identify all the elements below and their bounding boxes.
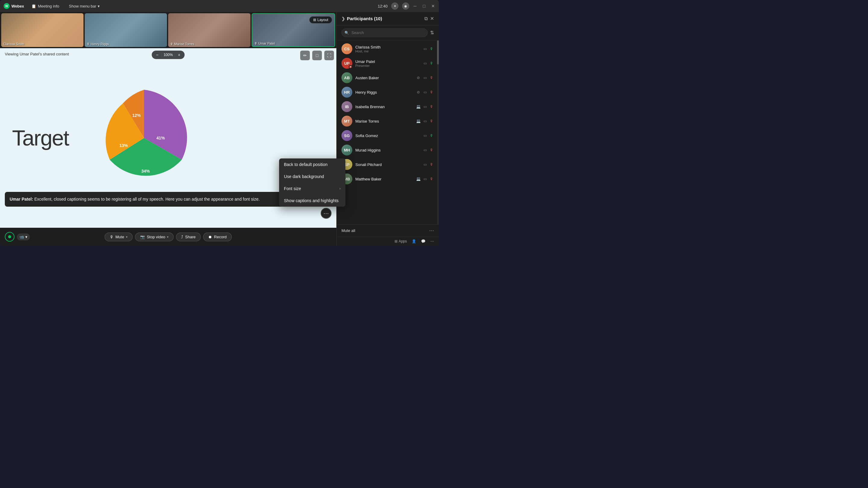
label-41: 41%	[156, 135, 165, 140]
participant-item-austen[interactable]: AB Austen Baker ⊘ ▭ 🎙	[337, 70, 439, 85]
mic-muted-icon-matthew: 🎙	[429, 177, 434, 181]
name-clarissa: Clarissa Smith	[355, 45, 420, 50]
avatar-murad: MH	[341, 144, 352, 156]
close-button[interactable]: ✕	[431, 4, 435, 8]
menu-item-font-size[interactable]: Font size ›	[279, 183, 345, 195]
video-icon-austen: ▭	[423, 76, 427, 80]
stop-video-button[interactable]: 📷 Stop video ▾	[135, 233, 174, 241]
thumb-name-marise: 🎙 Marise Torres	[170, 42, 194, 46]
name-umar: Umar Patel	[355, 59, 420, 64]
video-icon-umar: ▭	[423, 61, 427, 65]
slide-title: Target	[12, 126, 69, 150]
app-name: Webex	[11, 4, 24, 8]
controls-murad: ▭ 🎙	[423, 148, 434, 152]
menu-label-font-size: Font size	[284, 186, 301, 191]
screen-share-icon[interactable]: □	[312, 51, 322, 60]
thumbnails-row: Clarissa Smith 🎙 Henry Riggs 🎙 Marise To…	[0, 12, 336, 48]
video-icon-marise: ▭	[423, 119, 427, 123]
participant-item-umar[interactable]: UP P Umar Patel Presenter ▭ 🎙	[337, 56, 439, 70]
participant-item-isabella[interactable]: IB Isabella Brennan 💻 ▭ 🎙	[337, 99, 439, 114]
annotate-button[interactable]: ✏	[300, 51, 310, 60]
layout-label: Layout	[317, 18, 328, 22]
participant-info-umar: Umar Patel Presenter	[355, 59, 420, 67]
name-sonali: Sonali Pitchard	[355, 162, 420, 167]
controls-isabella: 💻 ▭ 🎙	[416, 104, 434, 109]
avatar-isabella: IB	[341, 101, 352, 112]
panel-close-button[interactable]: ✕	[430, 16, 434, 22]
controls-henry: ⊘ ▭ 🎙	[416, 90, 434, 94]
participant-info-matthew: Matthew Baker	[355, 177, 413, 181]
participant-item-marise[interactable]: MT Marise Torres 💻 ▭ 🎙	[337, 114, 439, 128]
panel-more-button[interactable]: ⋯	[429, 228, 434, 233]
search-input[interactable]	[341, 28, 428, 37]
left-panel: Clarissa Smith 🎙 Henry Riggs 🎙 Marise To…	[0, 12, 336, 246]
label-13: 13%	[119, 143, 128, 148]
mute-all-button[interactable]: Mute all	[341, 228, 355, 233]
zoom-out-button[interactable]: −	[154, 52, 160, 58]
name-austen: Austen Baker	[355, 76, 413, 80]
controls-sonali: ▭ 🎙	[423, 162, 434, 167]
submenu-arrow-icon: ›	[339, 187, 341, 191]
status-indicator	[5, 232, 14, 241]
laptop-icon-isabella: 💻	[416, 104, 421, 109]
webex-window: W Webex 📋 Meeting info Show menu bar ▾ 1…	[0, 0, 439, 246]
layout-button[interactable]: ⊞ Layout	[309, 16, 332, 24]
participant-info-austen: Austen Baker	[355, 76, 413, 80]
context-menu: Back to default position Use dark backgr…	[279, 158, 345, 207]
label-34: 34%	[141, 169, 150, 173]
people-button[interactable]: 👤	[412, 239, 416, 243]
thumbnail-henry[interactable]: 🎙 Henry Riggs	[85, 13, 167, 47]
collapse-icon[interactable]: ❯	[341, 16, 345, 21]
participant-item-clarissa[interactable]: CS Clarissa Smith Host, me ▭ 🎙	[337, 41, 439, 56]
zoom-in-button[interactable]: +	[176, 52, 182, 58]
menu-label-captions: Show captions and highlights	[284, 198, 338, 203]
record-button[interactable]: ⏺ Record	[203, 233, 232, 241]
name-marise: Marise Torres	[355, 119, 413, 124]
webex-logo: W Webex	[4, 3, 24, 9]
caption-content: Excellent, closed captioning seems to be…	[34, 197, 260, 201]
avatar-sofia: SG	[341, 130, 352, 141]
no-mic-icon-austen: ⊘	[416, 76, 421, 80]
participant-item-sonali[interactable]: SP Sonali Pitchard ▭ 🎙	[337, 157, 439, 172]
thumb-name-henry: 🎙 Henry Riggs	[87, 42, 109, 46]
participant-info-henry: Henry Riggs	[355, 90, 413, 95]
controls-sofia: ▭ 🎙	[423, 133, 434, 138]
caption-text: Umar Patel: Excellent, closed captioning…	[10, 196, 316, 202]
thumbnail-clarissa[interactable]: Clarissa Smith	[1, 13, 84, 47]
user-status-icon[interactable]: ✦	[391, 2, 398, 10]
show-menu-button[interactable]: Show menu bar ▾	[67, 3, 102, 10]
video-icon-clarissa: ▭	[423, 47, 427, 51]
menu-item-dark-bg[interactable]: Use dark background	[279, 170, 345, 183]
thumbnail-marise[interactable]: 🎙 Marise Torres	[168, 13, 250, 47]
maximize-button[interactable]: □	[422, 4, 426, 8]
menu-item-captions[interactable]: Show captions and highlights	[279, 195, 345, 207]
participant-item-murad[interactable]: MH Murad Higgins ▭ 🎙	[337, 143, 439, 157]
menu-item-back-default[interactable]: Back to default position	[279, 158, 345, 170]
share-button[interactable]: ⤴ Share	[176, 233, 201, 241]
caption-more-button[interactable]: ⋯	[321, 208, 332, 219]
thumbnail-umar[interactable]: 🎙 Umar Patel ⊞ Layout	[252, 13, 335, 47]
status-dot	[8, 235, 11, 238]
avatar-umar: UP P	[341, 58, 352, 69]
name-matthew: Matthew Baker	[355, 177, 413, 181]
pop-out-button[interactable]: ⧉	[424, 16, 428, 22]
meeting-info-button[interactable]: 📋 Meeting info	[29, 3, 62, 10]
emoji-button[interactable]: 📹 ▾	[17, 233, 30, 240]
sort-button[interactable]: ⇅	[430, 30, 434, 36]
participant-item-henry[interactable]: HR Henry Riggs ⊘ ▭ 🎙	[337, 85, 439, 99]
mic-muted-icon-henry: 🎙	[429, 90, 434, 94]
chat-button[interactable]: 💬	[421, 239, 426, 243]
video-icon-murad: ▭	[423, 148, 427, 152]
more-options-button[interactable]: ⋯	[430, 239, 434, 243]
meeting-info-icon: 📋	[31, 4, 36, 8]
name-sofia: Sofia Gomez	[355, 133, 420, 138]
network-icon[interactable]: ◉	[402, 2, 409, 10]
panel-footer: ⊞ Apps 👤 💬 ⋯	[337, 236, 439, 246]
participant-item-sofia[interactable]: SG Sofia Gomez ▭ 🎙	[337, 128, 439, 143]
mute-button[interactable]: 🎙 Mute ▾	[104, 233, 133, 241]
apps-button[interactable]: ⊞ Apps	[395, 239, 407, 243]
participant-item-matthew[interactable]: MB Matthew Baker 💻 ▭ 🎙	[337, 172, 439, 186]
fullscreen-button[interactable]: ⛶	[324, 51, 334, 60]
minimize-button[interactable]: ─	[413, 4, 417, 8]
record-icon: ⏺	[208, 235, 212, 239]
